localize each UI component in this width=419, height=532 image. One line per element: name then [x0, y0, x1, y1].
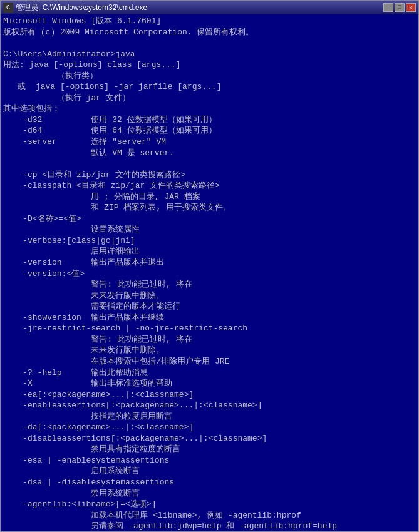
title-bar: C 管理员: C:\Windows\system32\cmd.exe _ □ ✕ — [1, 1, 418, 14]
console-area[interactable]: Microsoft Windows [版本 6.1.7601] 版权所有 (c)… — [1, 14, 418, 531]
window-title: 管理员: C:\Windows\system32\cmd.exe — [16, 3, 147, 13]
window-controls: _ □ ✕ — [383, 3, 416, 12]
console-output: Microsoft Windows [版本 6.1.7601] 版权所有 (c)… — [3, 16, 416, 531]
maximize-button[interactable]: □ — [395, 3, 405, 12]
title-bar-left: C 管理员: C:\Windows\system32\cmd.exe — [3, 3, 147, 13]
cmd-window: C 管理员: C:\Windows\system32\cmd.exe _ □ ✕… — [0, 0, 419, 532]
close-button[interactable]: ✕ — [406, 3, 416, 12]
minimize-button[interactable]: _ — [383, 3, 393, 12]
cmd-icon: C — [3, 3, 13, 13]
